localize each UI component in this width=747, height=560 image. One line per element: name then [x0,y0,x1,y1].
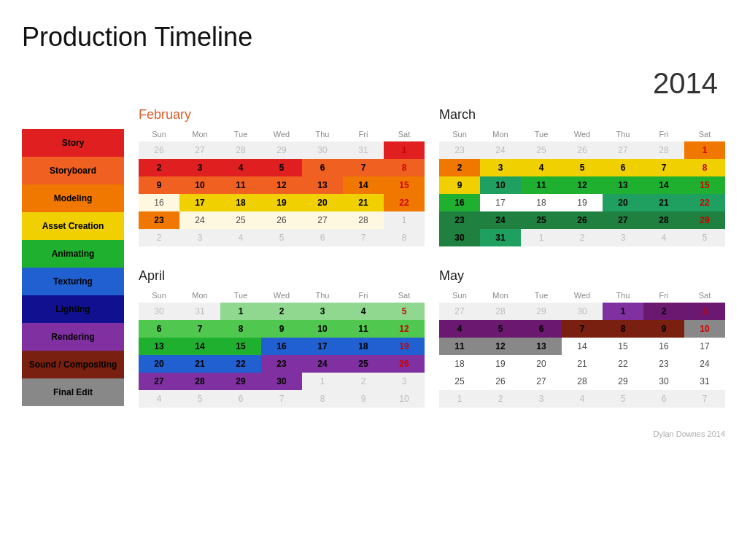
table-row: 5 [562,159,603,176]
table-row: 1 [684,141,725,159]
table-row: 8 [302,390,343,408]
table-row: 25 [439,373,480,390]
table-row: 7 [684,390,725,408]
table-row: 22 [384,194,425,211]
table-row: 6 [220,390,261,408]
apr-sat: Sat [384,289,425,303]
may-tue: Tue [521,289,562,303]
table-row: 30 [302,141,343,159]
table-row: 4 [220,229,261,246]
legend-item-rendering: Rendering [22,323,124,351]
table-row: 27 [179,141,220,159]
table-row: 19 [261,194,302,211]
table-row: 18 [220,194,261,211]
feb-mon: Mon [179,128,220,141]
table-row: 13 [302,176,343,194]
apr-mon: Mon [179,289,220,303]
table-row: 1 [302,373,343,390]
table-row: 7 [343,229,384,246]
table-row: 14 [179,338,220,355]
table-row: 1 [439,390,480,408]
may-sat: Sat [684,289,725,303]
calendar-february: February Sun Mon Tue Wed Thu Fri Sat [139,107,425,246]
feb-sat: Sat [384,128,425,141]
table-row: 4 [643,229,684,246]
table-row: 27 [603,141,643,159]
table-row: 16 [643,338,684,355]
table-row: 5 [261,229,302,246]
table-row: 28 [343,211,384,229]
table-row: 20 [139,355,179,373]
table-row: 23 [261,355,302,373]
table-row: 7 [643,159,684,176]
table-row: 6 [139,320,179,338]
table-row: 2 [139,229,179,246]
table-row: 4 [343,303,384,320]
legend-item-storyboard: Storyboard [22,157,124,184]
table-row: 6 [643,390,684,408]
table-row: 30 [139,303,179,320]
table-row: 1 [521,229,562,246]
apr-thu: Thu [302,289,343,303]
table-row: 7 [343,159,384,176]
feb-fri: Fri [343,128,384,141]
legend-item-texturing: Texturing [22,268,124,295]
table-row: 4 [439,320,480,338]
table-row: 28 [562,373,603,390]
table-row: 24 [179,211,220,229]
table-row: 15 [384,176,425,194]
table-row: 18 [521,194,562,211]
mar-wed: Wed [562,128,603,141]
table-row: 5 [480,320,521,338]
table-row: 2 [480,390,521,408]
legend-item-asset-creation: Asset Creation [22,212,124,240]
table-row: 11 [521,176,562,194]
mar-fri: Fri [643,128,684,141]
table-row: 28 [220,141,261,159]
legend-item-lighting: Lighting [22,295,124,323]
table-row: 28 [179,373,220,390]
table-row: 12 [384,320,425,338]
may-grid: Sun Mon Tue Wed Thu Fri Sat 272829301234… [439,289,725,408]
legend-item-final-edit: Final Edit [22,378,124,406]
table-row: 3 [521,390,562,408]
table-row: 10 [179,176,220,194]
table-row: 23 [439,211,480,229]
calendar-april: April Sun Mon Tue Wed Thu Fri Sat 3 [139,268,425,408]
apr-wed: Wed [261,289,302,303]
table-row: 22 [220,355,261,373]
table-row: 14 [343,176,384,194]
table-row: 25 [343,355,384,373]
table-row: 27 [139,373,179,390]
table-row: 12 [562,176,603,194]
table-row: 15 [220,338,261,355]
table-row: 10 [384,390,425,408]
feb-title: February [139,107,425,122]
table-row: 8 [684,159,725,176]
table-row: 10 [302,320,343,338]
table-row: 21 [643,194,684,211]
table-row: 24 [480,211,521,229]
feb-sun: Sun [139,128,179,141]
table-row: 9 [139,176,179,194]
table-row: 26 [261,211,302,229]
table-row: 29 [521,303,562,320]
table-row: 6 [603,159,643,176]
table-row: 4 [220,159,261,176]
table-row: 22 [684,194,725,211]
legend: StoryStoryboardModelingAsset CreationAni… [22,129,124,406]
table-row: 17 [302,338,343,355]
table-row: 18 [343,338,384,355]
table-row: 16 [139,194,179,211]
table-row: 1 [220,303,261,320]
table-row: 20 [302,194,343,211]
table-row: 17 [684,338,725,355]
table-row: 23 [439,141,480,159]
table-row: 26 [562,211,603,229]
table-row: 14 [562,338,603,355]
may-fri: Fri [643,289,684,303]
table-row: 3 [480,159,521,176]
table-row: 29 [603,373,643,390]
table-row: 9 [261,320,302,338]
feb-grid: Sun Mon Tue Wed Thu Fri Sat 262728293031… [139,128,425,246]
